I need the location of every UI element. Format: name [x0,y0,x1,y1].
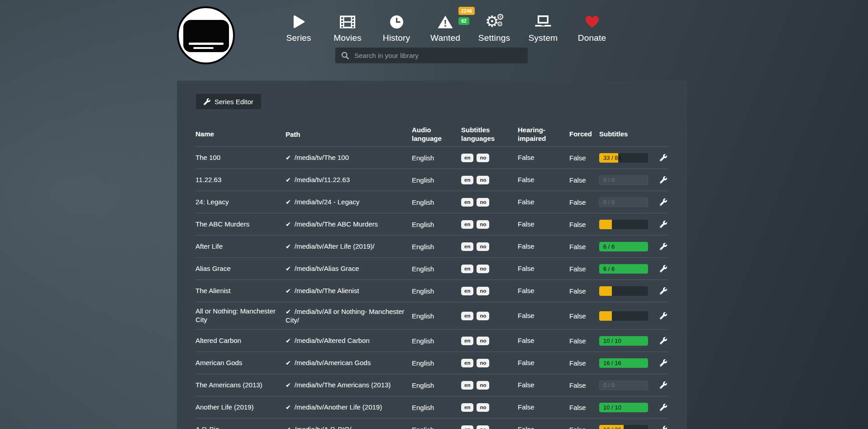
series-editor-button[interactable]: Series Editor [196,94,261,109]
series-path: ✔/media/tv/The Americans (2013) [286,381,412,390]
audio-language-value: English [412,221,461,228]
series-path: ✔/media/tv/Altered Carbon [286,336,412,345]
subtitles-languages-cell: enno [461,175,518,185]
edit-series-button[interactable] [660,404,667,411]
wrench-icon [660,312,667,319]
hearing-impaired-value: False [518,337,569,345]
language-badge: en [461,154,473,163]
subtitles-languages-cell: enno [461,311,518,321]
edit-series-button[interactable] [660,359,667,366]
nav-item-wanted[interactable]: Wanted224662 [421,0,470,43]
series-name: Altered Carbon [196,337,286,345]
edit-series-button[interactable] [660,243,667,250]
subtitles-languages-cell: enno [461,425,518,429]
wrench-icon [660,426,667,429]
progress-label: 16 / 16 [603,358,621,368]
nav-item-series[interactable]: Series [274,0,323,43]
nav-label: Wanted [430,33,460,43]
wrench-icon [660,381,667,389]
progress-bar: 6 / 6 [599,242,648,251]
series-path: ✔/media/tv/The Alienist [286,286,412,295]
series-path: ✔/media/tv/The ABC Murders [286,220,412,229]
series-path: ✔/media/tv/11.22.63 [286,175,412,184]
series-path: ✔/media/tv/American Gods [286,358,412,367]
nav-label: Settings [478,33,510,43]
check-icon: ✔ [286,404,291,411]
column-header-name: Name [196,130,286,139]
audio-language-value: English [412,337,461,345]
language-badge: en [461,337,473,346]
forced-value: False [569,154,599,162]
path-text: /media/tv/Another Life (2019) [295,403,382,411]
wrench-icon [660,176,667,183]
series-path: ✔/media/tv/A.P. BIO/ [286,425,412,429]
check-icon: ✔ [286,221,291,228]
hearing-impaired-value: False [518,359,569,367]
series-path: ✔/media/tv/All or Nothing- Manchester Ci… [286,307,412,325]
language-badge: no [477,359,489,368]
series-path: ✔/media/tv/24 - Legacy [286,198,412,207]
edit-series-button[interactable] [660,154,667,161]
wrench-icon [204,98,210,105]
hearing-impaired-value: False [518,265,569,273]
path-text: /media/tv/A.P. BIO/ [295,425,352,429]
edit-series-button[interactable] [660,265,667,272]
hearing-impaired-value: False [518,312,569,320]
column-header-path: Path [286,130,412,139]
wrench-icon [660,337,667,344]
nav-item-donate[interactable]: Donate [568,0,616,43]
forced-value: False [569,287,599,295]
table-row: 11.22.63✔/media/tv/11.22.63EnglishennoFa… [196,169,668,191]
nav-label: Movies [334,33,361,43]
search-input[interactable] [353,51,528,60]
check-icon: ✔ [286,308,291,315]
nav-item-history[interactable]: History [372,0,421,43]
edit-series-button[interactable] [660,312,667,319]
path-text: /media/tv/24 - Legacy [295,198,359,206]
check-icon: ✔ [286,287,291,294]
column-header-audio-language: Audio language [412,126,461,143]
progress-bar [599,220,648,229]
progress-label: 0 / 0 [603,198,615,207]
forced-value: False [569,381,599,389]
subtitles-languages-cell: enno [461,381,518,390]
nav-item-settings[interactable]: ⚙⚙⚙Settings [470,0,519,43]
film-icon [339,14,356,30]
forced-value: False [569,198,599,206]
wrench-icon [660,198,667,206]
app-logo[interactable] [177,6,235,64]
column-header-subtitles: Subtitles [599,130,651,139]
series-name: The ABC Murders [196,220,286,229]
edit-series-button[interactable] [660,381,667,389]
edit-series-button[interactable] [660,426,667,429]
path-text: /media/tv/Alias Grace [295,265,359,272]
nav-item-movies[interactable]: Movies [323,0,372,43]
series-path: ✔/media/tv/After Life (2019)/ [286,242,412,251]
edit-series-button[interactable] [660,198,667,206]
check-icon: ✔ [286,176,291,183]
edit-series-button[interactable] [660,221,667,228]
nav-label: Series [286,33,311,43]
series-path: ✔/media/tv/Alias Grace [286,264,412,273]
nav-item-system[interactable]: System [519,0,568,43]
table-row: Alias Grace✔/media/tv/Alias GraceEnglish… [196,257,668,280]
hearing-impaired-value: False [518,403,569,412]
check-icon: ✔ [286,198,291,206]
subtitles-progress-cell [599,286,651,296]
forced-value: False [569,312,599,320]
hearing-impaired-value: False [518,154,569,162]
path-text: /media/tv/The 100 [295,154,349,161]
edit-series-button[interactable] [660,337,667,344]
progress-label: 0 / 0 [603,381,615,390]
series-name: The 100 [196,154,286,162]
series-table: NamePathAudio languageSubtitles language… [196,122,668,429]
edit-series-button[interactable] [660,176,667,183]
search-bar [335,48,528,63]
table-row: The ABC Murders✔/media/tv/The ABC Murder… [196,213,668,235]
progress-label: 0 / 0 [603,175,615,185]
search-icon [341,52,349,59]
progress-label: 13 / 26 [603,425,621,429]
edit-series-button[interactable] [660,287,667,294]
check-icon: ✔ [286,154,291,161]
series-name: 11.22.63 [196,176,286,184]
